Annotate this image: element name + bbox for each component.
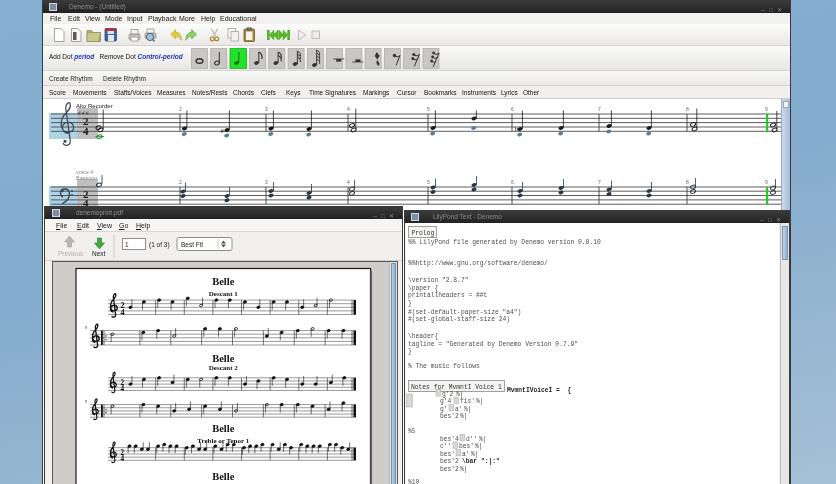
svg-text:Best Fit: Best Fit xyxy=(181,241,203,248)
svg-text:Belle: Belle xyxy=(212,276,234,287)
svg-text:2: 2 xyxy=(179,179,182,185)
svg-text:}: } xyxy=(408,300,412,307)
svg-text:%5: %5 xyxy=(408,428,416,435)
svg-text:%|: %| xyxy=(475,443,483,450)
svg-text:Belle: Belle xyxy=(212,471,234,482)
svg-text:bes': bes' xyxy=(459,443,474,450)
svg-text:9: 9 xyxy=(85,325,87,330)
svg-text:4: 4 xyxy=(121,455,125,463)
svg-text:%% LilyPond file generated by: %% LilyPond file generated by Denemo ver… xyxy=(408,239,601,246)
svg-text:1: 1 xyxy=(125,241,129,248)
svg-text:printallheaders = ##t: printallheaders = ##t xyxy=(408,292,488,299)
svg-text:4: 4 xyxy=(121,385,125,393)
svg-text:4: 4 xyxy=(347,106,350,112)
svg-text:3: 3 xyxy=(265,106,268,112)
svg-text:MvmntIVoiceI = {: MvmntIVoiceI = { xyxy=(507,387,571,394)
svg-text:bes'2: bes'2 xyxy=(440,466,459,473)
svg-text:g': g' xyxy=(440,406,448,413)
svg-text:%|: %| xyxy=(471,451,479,458)
svg-text:}: } xyxy=(408,348,412,355)
svg-text:Alto Recorder: Alto Recorder xyxy=(76,103,113,109)
svg-text:6: 6 xyxy=(511,106,514,112)
svg-text:Next: Next xyxy=(92,250,106,257)
svg-text:(1 of 3): (1 of 3) xyxy=(149,241,170,249)
svg-text:9: 9 xyxy=(85,399,87,404)
svg-text:5: 5 xyxy=(427,106,430,112)
svg-text:%|: %| xyxy=(460,413,468,420)
svg-text:Previous: Previous xyxy=(58,250,84,257)
svg-text:7: 7 xyxy=(598,179,601,185)
svg-text:%|: %| xyxy=(479,436,487,443)
svg-text:#: # xyxy=(221,127,225,135)
svg-text:Belle: Belle xyxy=(212,353,234,364)
svg-text:Descant 2: Descant 2 xyxy=(209,364,238,372)
svg-text:% The music follows: % The music follows xyxy=(408,363,480,370)
svg-text:bes': bes' xyxy=(440,451,455,458)
svg-text:%10: %10 xyxy=(408,479,420,484)
svg-text:bes'2: bes'2 xyxy=(440,413,459,420)
svg-text:Bassoon: Bassoon xyxy=(76,175,97,181)
svg-text:4: 4 xyxy=(83,125,89,137)
svg-text:a': a' xyxy=(462,451,470,458)
svg-text:#(set-default-paper-size "a4"): #(set-default-paper-size "a4") xyxy=(408,309,521,316)
svg-text:6: 6 xyxy=(511,179,514,185)
svg-text:d'': d'' xyxy=(466,436,477,443)
svg-text:Notes for MvmntI Voice 1: Notes for MvmntI Voice 1 xyxy=(411,384,502,391)
svg-text:\bar ":|:": \bar ":|:" xyxy=(462,458,500,465)
svg-text:9: 9 xyxy=(765,106,768,112)
svg-text:8: 8 xyxy=(686,179,689,185)
svg-text:bes'2: bes'2 xyxy=(440,458,459,465)
svg-text:Belle: Belle xyxy=(212,423,234,434)
svg-text:%|: %| xyxy=(464,406,472,413)
svg-text:%|: %| xyxy=(476,398,484,405)
svg-text:%|: %| xyxy=(456,391,464,398)
svg-text:7: 7 xyxy=(598,106,601,112)
svg-text:4: 4 xyxy=(121,308,125,317)
svg-text:\paper {: \paper { xyxy=(408,285,438,292)
svg-text:#: # xyxy=(78,110,81,116)
svg-text:Treble or Tenor 1: Treble or Tenor 1 xyxy=(197,437,249,445)
svg-text:fis': fis' xyxy=(460,398,475,405)
svg-text:Prolog: Prolog xyxy=(412,230,435,237)
svg-text:\header{: \header{ xyxy=(408,333,438,340)
svg-text:9: 9 xyxy=(765,179,768,185)
svg-text:a': a' xyxy=(455,406,463,413)
svg-text:\version "2.8.7": \version "2.8.7" xyxy=(408,277,468,284)
svg-text:Descant 1: Descant 1 xyxy=(209,290,238,298)
svg-text:4: 4 xyxy=(347,179,350,185)
svg-text:3: 3 xyxy=(265,179,268,185)
svg-text:%%http://www.gnu.org/software/: %%http://www.gnu.org/software/denemo/ xyxy=(408,260,548,267)
svg-text:g'2: g'2 xyxy=(442,391,454,398)
svg-text:#(set-global-staff-size 24): #(set-global-staff-size 24) xyxy=(408,316,510,323)
svg-text:8: 8 xyxy=(686,106,689,112)
svg-text:c'': c'' xyxy=(440,443,451,450)
svg-text:bes'4: bes'4 xyxy=(440,436,459,443)
svg-text:%|: %| xyxy=(460,466,468,473)
svg-text:5: 5 xyxy=(427,179,430,185)
svg-text:tagline = "Generated by Denemo: tagline = "Generated by Denemo Version 0… xyxy=(408,341,578,348)
svg-text:2: 2 xyxy=(179,106,182,112)
